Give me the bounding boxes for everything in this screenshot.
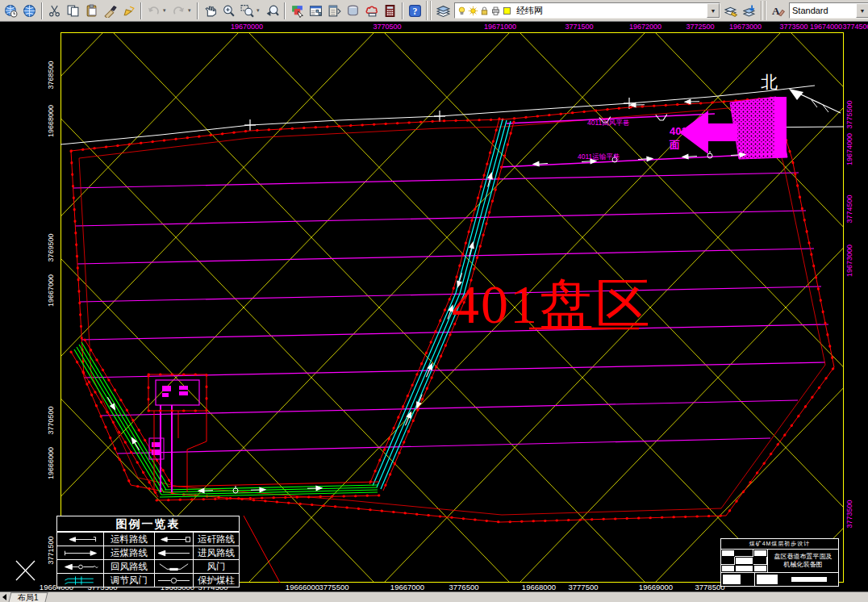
layer-combobox-value: 经纬网 [514,5,707,17]
properties-button[interactable] [288,2,307,20]
air-door-symbol [154,559,193,573]
colorbox-icon [502,6,512,16]
drawing-canvas[interactable]: 401盘区 4011工作 面 4011回风平巷 4011运输平巷 北 19670… [0,22,868,592]
fold-line [244,516,280,583]
tool-palettes-icon [328,4,341,18]
legend-label: 调节风门 [103,573,154,587]
legend-label: 运料路线 [103,532,154,546]
copy-button[interactable] [64,2,82,20]
zoom-window-button[interactable] [238,2,257,20]
layer-current-button[interactable] [741,2,759,20]
titleblock-drawing-name: 盘区巷道布置平面及 机械化装备图 [768,550,838,572]
publish-web-icon [23,4,36,18]
coord-label-left: 3770500 [47,406,55,434]
undo-button[interactable] [144,2,163,20]
coord-label-top: 3773500 [779,23,807,31]
zoom-previous-button[interactable] [263,2,282,20]
today-icon [4,4,18,18]
paste-icon [85,4,98,18]
coord-label-bottom: 3775500 [319,583,349,592]
layer-current-icon [743,4,757,18]
render-button[interactable] [344,2,362,20]
coord-label-left: 3769500 [47,233,55,261]
undo-icon [147,4,161,18]
toolbar-separator [284,2,286,19]
render-icon [346,4,360,18]
combobox-dropdown-icon[interactable]: ▼ [707,3,720,18]
legend-label: 运煤路线 [103,546,154,559]
coord-label-top: 3774500 [842,23,868,31]
lock-icon [479,6,490,16]
combobox-dropdown-icon[interactable]: ▼ [856,3,868,18]
redo-dropdown-icon[interactable]: ▾ [188,7,194,14]
calculator-button[interactable] [381,2,399,20]
layer-combobox[interactable]: 经纬网▼ [454,2,720,19]
tool-palettes-button[interactable] [325,2,344,20]
help-icon: ? [408,4,422,18]
coord-label-bottom: 19668000 [522,583,556,592]
face-label-line1: 4011工作 [670,125,713,137]
redo-button[interactable] [169,2,188,20]
undo-dropdown-icon[interactable]: ▾ [163,7,169,14]
panel-division-lines [73,173,828,454]
main-toolbar: ▾▾▾?经纬网▼AStandard▼Standard▼ [0,0,868,22]
coord-label-left: 19668000 [47,105,55,137]
gangue-route-symbol [154,532,193,546]
text-style-button[interactable]: A [769,2,787,20]
calculator-icon [383,4,397,18]
pan-button[interactable] [201,2,219,20]
legend-label: 风门 [193,559,239,573]
tab-scroll-icon[interactable] [2,594,6,600]
layers-icon [436,4,450,18]
layers-button[interactable] [434,2,453,20]
style-combobox[interactable]: Standard▼ [789,2,868,19]
layer-state-icons [455,6,514,16]
coord-label-bottom: 19666000 [286,583,319,592]
toolbar-separator [197,2,198,19]
help-button[interactable]: ? [406,2,424,20]
material-route-symbol [57,532,103,546]
layer-states-icon [724,4,738,18]
titleblock-footer [721,573,838,586]
today-button[interactable] [2,2,20,20]
roadway-label-top: 4011回风平巷 [587,119,630,127]
cut-button[interactable] [45,2,64,20]
coord-label-bottom: 3776500 [449,583,479,592]
north-label: 北 [761,73,778,92]
toolbar-separator [140,2,142,19]
layer-states-button[interactable] [722,2,741,20]
coord-label-top: 19673000 [729,23,762,31]
face-label-line2: 面 [669,139,680,151]
coord-label-top: 3772500 [686,23,714,31]
coord-label-top: 19670000 [231,23,263,31]
coord-label-bottom: 3777500 [569,583,599,592]
paste-button[interactable] [82,2,101,20]
tab-layout1[interactable]: 布局1 [9,592,48,602]
zoom-window-dropdown-icon[interactable]: ▾ [257,7,263,14]
ucs-icon [16,561,35,580]
markup-button[interactable] [362,2,381,20]
intake-roadways [71,340,379,500]
coal-pillar-symbol [154,573,193,587]
publish-web-button[interactable] [20,2,39,20]
title-block: 煤矿4M煤层初步设计 盘区巷道布置平面及 机械化装备图 [720,538,839,587]
roadway-label-bottom: 4011运输平巷 [578,153,620,161]
coord-label-top: 3771500 [565,23,593,31]
coord-label-top: 19672000 [629,23,661,31]
pan-icon [203,4,217,18]
zoom-realtime-button[interactable] [219,2,238,20]
coord-label-left: 19667000 [47,274,55,307]
zoom-realtime-icon [222,4,236,18]
design-center-button[interactable] [307,2,325,20]
sun-icon [468,6,478,16]
coord-label-right: 3775500 [845,100,853,128]
coord-label-left: 19666000 [47,447,55,479]
coord-label-top: 3770500 [373,23,401,31]
legend-table: 图例一览表 运料路线运矸路线运煤路线进风路线回风路线风门调节风门保护煤柱 [56,516,240,587]
style-combobox-value: Standard [790,6,856,15]
properties-icon [290,4,304,18]
edit-button[interactable] [119,2,138,20]
region-title: 401盘区 [452,274,652,335]
match-properties-button[interactable] [101,2,119,20]
copy-icon [66,4,80,18]
